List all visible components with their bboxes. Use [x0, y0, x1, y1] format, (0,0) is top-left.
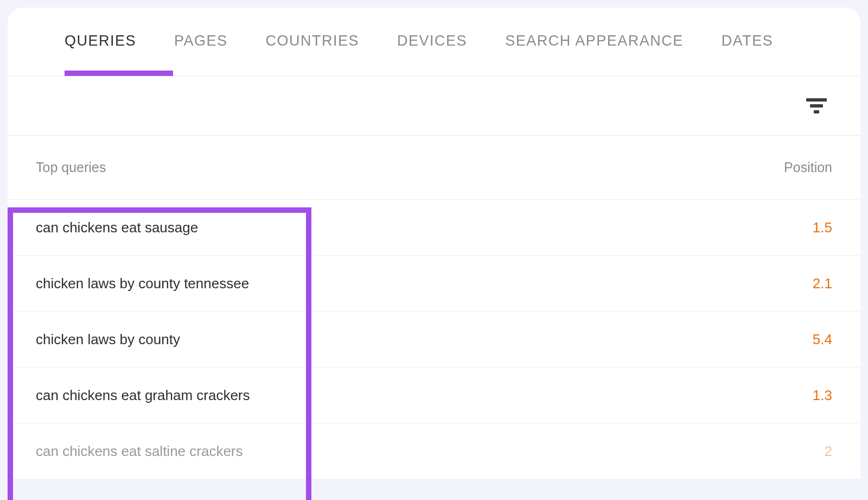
dimension-tabs: QUERIES PAGES COUNTRIES DEVICES SEARCH A… — [8, 8, 860, 76]
table-row[interactable]: can chickens eat graham crackers 1.3 — [8, 367, 860, 423]
position-value: 2 — [825, 443, 832, 460]
position-value: 5.4 — [813, 331, 832, 348]
table-header: Top queries Position — [8, 136, 860, 199]
query-text: can chickens eat sausage — [36, 219, 198, 236]
tab-devices[interactable]: DEVICES — [397, 33, 467, 75]
query-text: chicken laws by county tennessee — [36, 275, 249, 292]
table-row[interactable]: can chickens eat sausage 1.5 — [8, 199, 860, 255]
query-text: chicken laws by county — [36, 331, 180, 348]
tab-dates[interactable]: DATES — [722, 33, 774, 75]
tab-pages[interactable]: PAGES — [174, 33, 228, 75]
position-value: 2.1 — [813, 275, 832, 292]
filter-bar — [8, 76, 860, 136]
position-value: 1.5 — [813, 219, 832, 236]
search-console-card: QUERIES PAGES COUNTRIES DEVICES SEARCH A… — [8, 8, 860, 479]
table-row[interactable]: can chickens eat saltine crackers 2 — [8, 423, 860, 479]
column-header-queries: Top queries — [36, 160, 106, 175]
filter-icon[interactable] — [806, 98, 827, 113]
tab-countries[interactable]: COUNTRIES — [266, 33, 360, 75]
table-row[interactable]: chicken laws by county tennessee 2.1 — [8, 255, 860, 311]
query-text: can chickens eat saltine crackers — [36, 443, 243, 460]
query-text: can chickens eat graham crackers — [36, 387, 250, 404]
position-value: 1.3 — [813, 387, 832, 404]
column-header-position: Position — [784, 160, 832, 175]
tab-search-appearance[interactable]: SEARCH APPEARANCE — [505, 33, 684, 75]
tab-queries[interactable]: QUERIES — [65, 33, 136, 75]
table-row[interactable]: chicken laws by county 5.4 — [8, 311, 860, 367]
